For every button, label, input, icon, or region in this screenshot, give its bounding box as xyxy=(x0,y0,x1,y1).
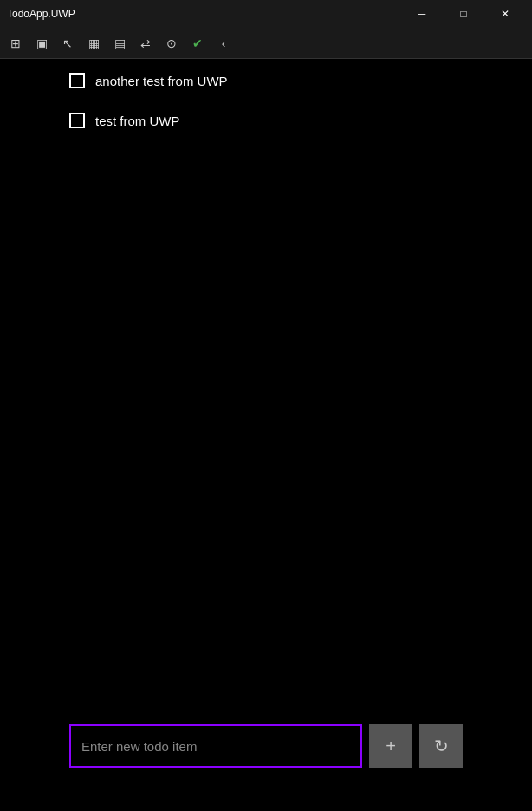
todo-list: another test from UWPtest from UWP xyxy=(0,59,532,724)
todo-item: test from UWP xyxy=(69,113,463,128)
new-todo-input[interactable] xyxy=(69,724,362,768)
add-todo-button[interactable]: + xyxy=(369,724,412,768)
refresh-button[interactable]: ↻ xyxy=(419,724,463,768)
settings-icon[interactable]: ⊙ xyxy=(159,31,184,55)
todo-item: another test from UWP xyxy=(69,73,463,88)
todo-checkbox[interactable] xyxy=(69,113,85,128)
content-area: another test from UWPtest from UWP + ↻ xyxy=(0,59,532,811)
layout-icon[interactable]: ▤ xyxy=(107,31,132,55)
cursor-icon[interactable]: ↖ xyxy=(55,31,80,55)
close-button[interactable]: ✕ xyxy=(485,0,525,28)
toolbar: ⊞ ▣ ↖ ▦ ▤ ⇄ ⊙ ✔ ‹ xyxy=(0,28,532,59)
title-bar: TodoApp.UWP ─ □ ✕ xyxy=(0,0,532,28)
chevron-icon[interactable]: ‹ xyxy=(211,31,236,55)
grid-icon[interactable]: ▦ xyxy=(81,31,106,55)
minimize-button[interactable]: ─ xyxy=(402,0,442,28)
arrow-icon[interactable]: ⇄ xyxy=(133,31,158,55)
screen-icon[interactable]: ▣ xyxy=(29,31,54,55)
todo-checkbox[interactable] xyxy=(69,73,85,88)
app-title: TodoApp.UWP xyxy=(7,8,75,20)
todo-label: test from UWP xyxy=(95,114,180,128)
maximize-button[interactable]: □ xyxy=(444,0,483,28)
todo-label: another test from UWP xyxy=(95,74,228,88)
window-controls: ─ □ ✕ xyxy=(402,0,525,28)
check-circle-icon[interactable]: ✔ xyxy=(185,31,210,55)
bottom-input-area: + ↻ xyxy=(0,724,532,811)
device-icon[interactable]: ⊞ xyxy=(3,31,28,55)
